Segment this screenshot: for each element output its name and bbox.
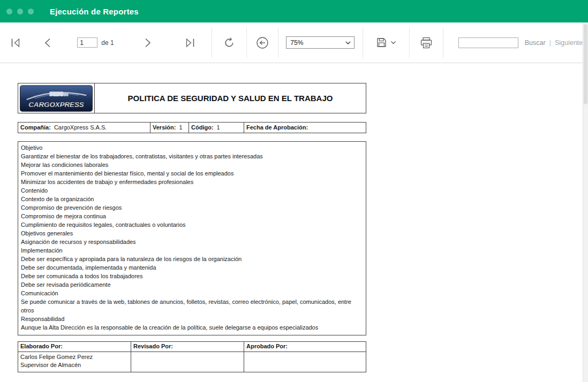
- first-page-group: [0, 22, 31, 63]
- save-export-button[interactable]: [374, 35, 398, 50]
- logo-text: CARGOXPRESS: [28, 100, 84, 108]
- code-value: 1: [217, 124, 220, 131]
- report-header-table: CARGOXPRESS POLITICA DE SEGURIDAD Y SALU…: [18, 83, 366, 113]
- back-to-parent-button[interactable]: [253, 34, 272, 52]
- print-group: [410, 22, 443, 63]
- search-input[interactable]: [458, 37, 518, 48]
- revisado-cell: [131, 352, 244, 372]
- previous-page-icon: [43, 37, 52, 48]
- back-group: [247, 22, 278, 63]
- policy-line: Contexto de la organización: [21, 195, 363, 203]
- signature-header-cell: Aprobado Por:: [244, 342, 366, 352]
- elaborado-cell: Carlos Felipe Gomez PerezSupervisor de A…: [18, 352, 131, 372]
- policy-line: Minimizar los accidentes de trabajo y en…: [21, 178, 363, 186]
- signature-body-row: Carlos Felipe Gomez PerezSupervisor de A…: [18, 352, 366, 372]
- previous-page-group: [31, 22, 64, 63]
- company-value: CargoXpress S.A.S.: [54, 124, 107, 131]
- zoom-select-wrap: 75%: [286, 36, 355, 49]
- policy-line: Debe ser específica y apropiada para la …: [21, 255, 363, 263]
- policy-line: Asignación de recursos y responsabilidad…: [21, 238, 363, 246]
- signature-table: Elaborado Por:Revisado Por:Aprobado Por:…: [18, 341, 366, 372]
- report-meta-table: Compañía: CargoXpress S.A.S. Versión: 1 …: [18, 122, 366, 133]
- cargoxpress-logo: CARGOXPRESS: [20, 85, 93, 112]
- company-cell: Compañía: CargoXpress S.A.S.: [18, 123, 150, 133]
- aprobado-cell: [244, 352, 366, 372]
- save-group: [363, 22, 409, 63]
- company-label: Compañía:: [20, 124, 51, 131]
- policy-line: Cumplimiento de requisitos legales, cont…: [21, 220, 363, 229]
- policy-line: Garantizar el bienestar de los trabajado…: [21, 152, 363, 161]
- policy-line: Comunicación: [21, 289, 363, 297]
- page-count-label: de 1: [101, 39, 114, 47]
- code-cell: Código: 1: [189, 123, 244, 133]
- signature-line: Supervisor de Almacén: [20, 361, 129, 369]
- version-value: 1: [179, 124, 182, 131]
- policy-line: Debe ser revisada periódicamente: [21, 280, 363, 289]
- signature-header-cell: Elaborado Por:: [18, 342, 131, 352]
- titlebar: Ejecución de Reportes: [0, 0, 588, 22]
- signature-header-cell: Revisado Por:: [131, 342, 244, 352]
- policy-line: Compromiso de prevención de riesgos: [21, 203, 363, 212]
- signature-header-row: Elaborado Por:Revisado Por:Aprobado Por:: [18, 342, 366, 352]
- previous-page-button[interactable]: [41, 35, 54, 50]
- zoom-select[interactable]: 75%: [286, 36, 355, 49]
- refresh-group: [212, 22, 246, 63]
- policy-line: Responsabilidad: [21, 315, 363, 323]
- vertical-scrollbar[interactable]: [583, 22, 588, 382]
- window-controls: [6, 9, 34, 14]
- page-number-input[interactable]: [77, 37, 97, 48]
- window-minimize-button[interactable]: [17, 9, 23, 14]
- find-separator: |: [549, 39, 551, 47]
- print-icon: [420, 37, 433, 49]
- first-page-icon: [10, 37, 21, 48]
- next-page-group: [127, 22, 169, 63]
- policy-text-block: ObjetivoGarantizar el bienestar de los t…: [18, 141, 366, 335]
- signature-line: Carlos Felipe Gomez Perez: [20, 353, 129, 361]
- policy-line: Objetivos generales: [21, 229, 363, 238]
- window-maximize-button[interactable]: [28, 9, 34, 14]
- chevron-down-icon: [390, 41, 396, 44]
- version-cell: Versión: 1: [150, 123, 189, 133]
- refresh-button[interactable]: [221, 35, 237, 51]
- find-next-button[interactable]: Siguiente: [555, 39, 583, 47]
- save-icon: [376, 37, 387, 48]
- version-label: Versión:: [153, 124, 176, 131]
- print-button[interactable]: [418, 35, 435, 51]
- report-title: POLITICA DE SEGURIDAD Y SALUD EN EL TRAB…: [95, 83, 366, 113]
- window-title: Ejecución de Reportes: [50, 7, 139, 16]
- zoom-group: 75%: [278, 22, 363, 63]
- window-close-button[interactable]: [6, 9, 12, 14]
- find-button[interactable]: Buscar: [525, 39, 546, 47]
- last-page-group: [169, 22, 212, 63]
- policy-line: Contenido: [21, 186, 363, 195]
- approval-date-label: Fecha de Aprobación:: [246, 124, 308, 131]
- next-page-icon: [144, 37, 152, 48]
- policy-line: Promover el mantenimiento del bienestar …: [21, 169, 363, 178]
- policy-line: Compromiso de mejora continua: [21, 212, 363, 220]
- code-label: Código:: [191, 124, 214, 131]
- scrollbar-thumb[interactable]: [584, 24, 587, 104]
- report-page: CARGOXPRESS POLITICA DE SEGURIDAD Y SALU…: [18, 83, 366, 372]
- last-page-button[interactable]: [182, 35, 198, 50]
- policy-line: Debe ser documentada, implementada y man…: [21, 263, 363, 272]
- policy-line: Mejorar las condiciones laborales: [21, 161, 363, 169]
- policy-line: Aunque la Alta Dirección es la responsab…: [21, 323, 363, 332]
- policy-line: Implementación: [21, 246, 363, 255]
- page-navigation: de 1: [64, 22, 127, 63]
- next-page-button[interactable]: [141, 35, 154, 50]
- approval-date-cell: Fecha de Aprobación:: [244, 123, 366, 133]
- search-group: Buscar | Siguiente: [443, 22, 583, 63]
- back-to-parent-icon: [255, 36, 269, 50]
- report-toolbar: de 1: [0, 22, 583, 63]
- last-page-icon: [184, 37, 196, 48]
- logo-cell: CARGOXPRESS: [18, 83, 95, 113]
- policy-line: Se puede comunicar a través de la web, t…: [21, 297, 363, 315]
- refresh-icon: [223, 37, 235, 49]
- policy-line: Objetivo: [21, 143, 363, 152]
- first-page-button[interactable]: [7, 35, 24, 50]
- policy-line: Debe ser comunicada a todos los trabajad…: [21, 272, 363, 280]
